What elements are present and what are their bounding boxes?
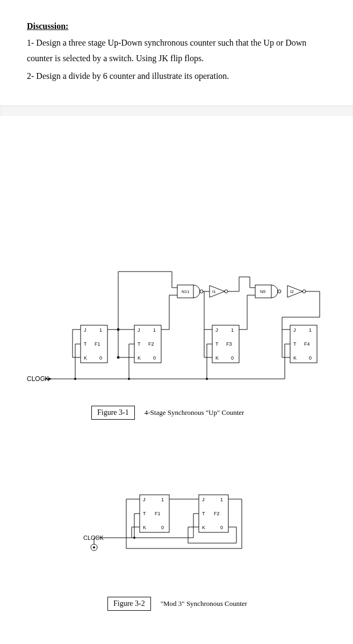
svg-text:0: 0 <box>231 355 234 361</box>
svg-point-20 <box>200 290 203 293</box>
figure-3-2: J 1 T F1 K 0 J 1 T F2 K 0 <box>27 473 326 611</box>
ff-k: K <box>84 355 87 361</box>
flipflop-f1b: J 1 T F1 K 0 <box>140 495 169 532</box>
figure-3-2-caption: "Mod 3" Synchronous Counter <box>161 599 247 608</box>
svg-text:I1: I1 <box>212 289 216 294</box>
ff-j: J <box>84 327 87 333</box>
svg-point-110 <box>133 537 135 539</box>
svg-text:0: 0 <box>309 355 312 361</box>
svg-text:J: J <box>293 327 296 333</box>
svg-text:0: 0 <box>161 525 164 530</box>
svg-text:0: 0 <box>153 355 156 361</box>
svg-text:K: K <box>215 355 219 361</box>
ff-t: T <box>84 341 87 347</box>
svg-text:J: J <box>202 497 205 502</box>
ff-one: 1 <box>99 327 102 333</box>
page-divider <box>0 105 353 116</box>
clock-label-2: CLOCK <box>83 535 104 541</box>
figure-3-1-caption: 4-Stage Synchronous "Up" Counter <box>145 408 244 417</box>
svg-text:K: K <box>202 525 205 530</box>
svg-text:1: 1 <box>220 497 223 502</box>
svg-text:T: T <box>143 511 146 516</box>
svg-text:0: 0 <box>220 525 223 530</box>
gate-n5: N5 <box>255 285 281 298</box>
flipflop-f4: J 1 T F4 K 0 <box>290 325 317 363</box>
gate-i2: I2 <box>287 286 306 297</box>
ff-zero: 0 <box>99 355 102 361</box>
flipflop-f2b: J 1 T F2 K 0 <box>199 495 228 532</box>
discussion-heading: Discussion: <box>27 21 326 31</box>
gate-i1: I1 <box>210 286 228 297</box>
figure-3-2-label: Figure 3-2 <box>107 597 151 611</box>
svg-point-75 <box>128 378 130 380</box>
svg-text:K: K <box>293 355 297 361</box>
ff-f1b: F1 <box>155 511 161 516</box>
svg-point-47 <box>117 356 119 358</box>
svg-text:T: T <box>215 341 219 347</box>
svg-point-74 <box>74 378 76 380</box>
ff-f2: F2 <box>148 341 154 347</box>
ff-f3: F3 <box>226 341 232 347</box>
svg-point-25 <box>278 290 281 293</box>
question-1: 1- Design a three stage Up-Down synchron… <box>27 35 326 67</box>
svg-point-76 <box>206 378 208 380</box>
svg-text:K: K <box>138 355 141 361</box>
ff-f4: F4 <box>304 341 310 347</box>
figure-3-1-label: Figure 3-1 <box>91 406 135 420</box>
svg-text:T: T <box>293 341 297 347</box>
svg-text:N5: N5 <box>260 289 266 294</box>
ff-f2b: F2 <box>214 511 220 516</box>
flipflop-f2: J 1 T F2 K 0 <box>134 325 161 363</box>
svg-text:K: K <box>143 525 146 530</box>
svg-text:J: J <box>138 327 140 333</box>
svg-text:I2: I2 <box>290 289 294 294</box>
svg-text:N11: N11 <box>182 289 190 294</box>
flipflop-f1: J 1 T F1 K 0 <box>81 325 107 363</box>
svg-text:T: T <box>138 341 141 347</box>
svg-text:1: 1 <box>161 497 164 502</box>
ff-f1: F1 <box>95 341 100 347</box>
question-2: 2- Design a divide by 6 counter and illu… <box>27 69 326 84</box>
svg-text:J: J <box>215 327 218 333</box>
svg-point-46 <box>117 328 119 331</box>
svg-point-112 <box>93 546 95 548</box>
svg-marker-78 <box>48 377 52 380</box>
svg-text:T: T <box>202 511 205 516</box>
svg-text:1: 1 <box>231 327 234 333</box>
svg-text:1: 1 <box>153 327 156 333</box>
svg-text:J: J <box>143 497 146 502</box>
figure-3-1: J 1 T F1 K 0 J 1 T F2 K 0 J 1 T F3 K 0 J… <box>27 255 326 420</box>
svg-text:1: 1 <box>309 327 312 333</box>
gate-n11: N11 <box>177 285 203 298</box>
flipflop-f3: J 1 T F3 K 0 <box>212 325 239 363</box>
